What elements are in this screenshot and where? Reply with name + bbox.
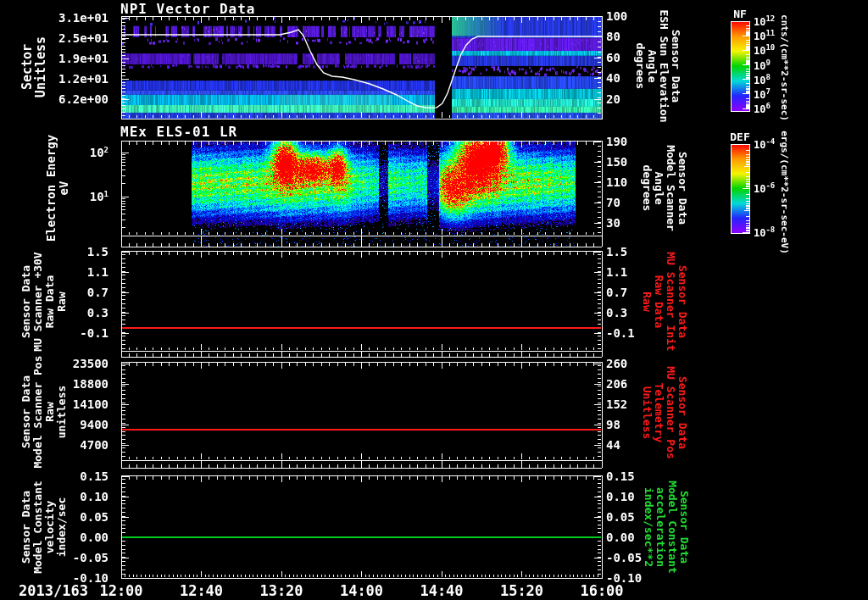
panel1-right-axis-label: Sensor DataESH Sun ElevationAngledegrees <box>634 9 682 122</box>
axis-label-line: Sensor Data <box>20 355 32 468</box>
colorbar-tick-label: 10-4 <box>754 137 798 151</box>
panel1-title: NPI Vector Data <box>120 1 256 17</box>
axis-label-line: Sensor Data <box>20 252 32 351</box>
axis-label-line: Model Scanner Pos <box>32 355 44 468</box>
colorbar-tick-label: 1012 <box>754 14 798 28</box>
axis-label-line: Sector <box>20 36 34 97</box>
axis-label-line: Sensor Data <box>20 481 32 574</box>
x-tick-label: 12:00 <box>99 582 142 599</box>
y-tick-label: 1.9e+01 <box>49 52 108 65</box>
panel4-right-axis-label: Sensor DataMU Scanner PosTelemetryUnitle… <box>641 366 688 459</box>
axis-label-line: Model Constant <box>666 481 678 574</box>
colorbar-tick-label: 10-6 <box>754 181 798 195</box>
panel4-left-axis-label: Sensor DataModel Scanner PosRawunitless <box>20 355 68 468</box>
panel3-left-axis-label: Sensor DataMU Scanner +30VRaw DataRaw <box>20 252 68 351</box>
x-tick-label: 14:40 <box>420 582 463 599</box>
colorbar-tick-label: 107 <box>754 87 798 101</box>
panel2-title: MEx ELS-01 LR <box>120 124 237 140</box>
colorbar-tick-label: 106 <box>754 102 798 115</box>
colorbar-tick-label: 108 <box>754 73 798 86</box>
axis-label-line: Telemetry <box>653 366 665 459</box>
axis-label-line: Sensor Data <box>676 366 688 459</box>
axis-label-line: Raw Data <box>44 252 56 351</box>
axis-label-line: Sensor Data <box>678 481 690 574</box>
y-tick-label: 2.5e+01 <box>49 31 108 45</box>
panel3-right-axis-label: Sensor DataMU Scanner InitRaw DataRaw <box>641 252 688 351</box>
y-tick-label: 3.1e+01 <box>49 11 108 25</box>
axis-label-line: velocity <box>44 481 56 574</box>
panel5-right-axis-label: Sensor DataModel Constantaccelerationind… <box>643 481 690 574</box>
axis-label-line: MU Scanner Pos <box>665 366 676 459</box>
panel2-right-axis-label: Sensor DataModel ScannerAngledegrees <box>641 145 688 231</box>
axis-label-line: Raw <box>56 252 68 351</box>
panel2-left-axis-label: Electron EnergyeV <box>45 135 70 242</box>
axis-label-line: degrees <box>641 145 653 231</box>
axis-label-line: Raw <box>641 252 653 351</box>
axis-label-line: ESH Sun Elevation <box>658 9 670 122</box>
axis-label-line: Angle <box>653 145 665 231</box>
axis-label-line: Model Scanner <box>665 145 676 231</box>
axis-label-line: Electron Energy <box>45 135 58 242</box>
axis-label-line: Angle <box>646 9 658 122</box>
panel-frame <box>122 252 603 352</box>
panel-frame <box>122 363 603 461</box>
y-tick-label: 6.2e+00 <box>49 92 108 106</box>
x-tick-label: 15:20 <box>500 582 543 599</box>
axis-label-line: MU Scanner Init <box>665 252 676 351</box>
axis-label-line: acceleration <box>654 481 666 574</box>
colorbar-tick-label: 109 <box>754 58 798 72</box>
nf-colorbar <box>731 21 749 111</box>
science-plot-figure: NPI Vector Data MEx ELS-01 LR NF DEF cnt… <box>0 0 868 600</box>
def-colorbar-title: DEF <box>727 131 753 143</box>
x-tick-label: 13:20 <box>259 582 303 599</box>
colorbar-tick-label: 1011 <box>754 29 798 42</box>
els-spectrogram-canvas <box>121 141 602 247</box>
colorbar-tick-label: 10-8 <box>754 225 798 239</box>
axis-label-line: Raw <box>44 355 56 468</box>
x-tick-label: 16:00 <box>580 582 623 599</box>
axis-label-line: index/sec <box>56 481 68 574</box>
def-colorbar <box>731 144 749 233</box>
panel-frame <box>122 476 603 579</box>
axis-label-line: degrees <box>634 9 646 122</box>
axis-label-line: MU Scanner +30V <box>32 252 44 351</box>
x-tick-label: 12:40 <box>180 582 223 599</box>
axis-label-line: Sensor Data <box>676 145 688 231</box>
axis-label-line: eV <box>58 135 70 242</box>
axis-label-line: Unitless <box>641 366 653 459</box>
panel1-left-axis-label: SectorUnitless <box>20 36 47 97</box>
axis-label-line: unitless <box>56 355 68 468</box>
axis-label-line: Raw Data <box>653 252 665 351</box>
y-tick-label: 1.2e+01 <box>49 72 108 86</box>
axis-label-line: Sensor Data <box>676 252 688 351</box>
panel5-left-axis-label: Sensor DataModel Constantvelocityindex/s… <box>20 481 68 574</box>
axis-label-line: Unitless <box>34 36 47 97</box>
npi-spectrogram-canvas <box>121 16 602 119</box>
x-tick-label: 14:00 <box>340 582 383 599</box>
axis-label-line: Sensor Data <box>670 9 682 122</box>
colorbar-tick-label: 1010 <box>754 43 798 57</box>
axis-label-line: index/sec**2 <box>643 481 654 574</box>
nf-colorbar-title: NF <box>727 8 753 20</box>
axis-label-line: Model Constant <box>32 481 44 574</box>
date-label: 2013/163 <box>19 582 88 599</box>
